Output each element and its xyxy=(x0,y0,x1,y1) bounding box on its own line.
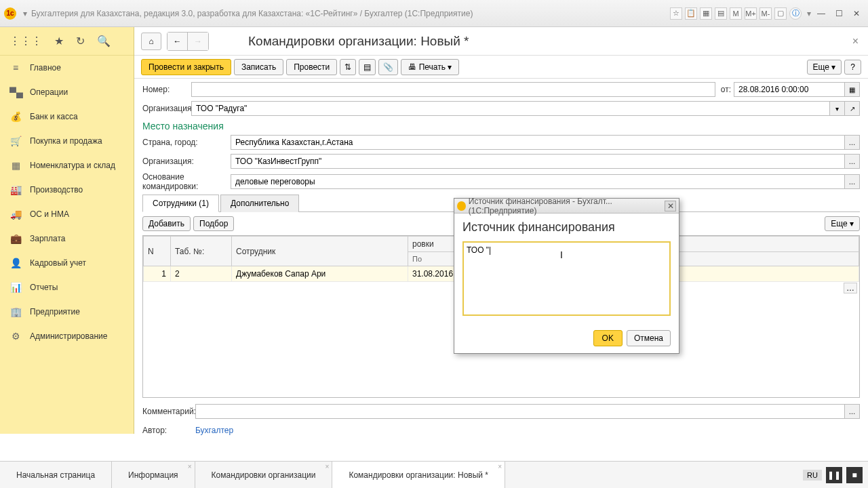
btab-trips-new[interactable]: Командировки организации: Новый *× xyxy=(332,462,505,488)
sidebar-item-hr[interactable]: 👤Кадровый учет xyxy=(0,251,134,275)
stop-icon[interactable]: ■ xyxy=(846,467,863,483)
minimize-button[interactable]: — xyxy=(814,7,829,20)
sidebar-item-admin[interactable]: ⚙Администрирование xyxy=(0,324,134,348)
dest-org-input[interactable] xyxy=(231,154,845,169)
forward-button[interactable]: → xyxy=(188,33,208,50)
close-icon[interactable]: × xyxy=(188,463,192,470)
basis-input[interactable] xyxy=(231,174,845,189)
language-indicator[interactable]: RU xyxy=(803,470,822,481)
toolbar-icon-2[interactable]: 📋 xyxy=(685,7,697,20)
dropdown-icon[interactable]: ▾ xyxy=(23,9,27,18)
post-and-close-button[interactable]: Провести и закрыть xyxy=(141,59,231,75)
close-icon[interactable]: × xyxy=(326,463,330,470)
print-button[interactable]: 🖶 Печать ▾ xyxy=(401,59,459,75)
help-icon[interactable]: ⓘ xyxy=(789,7,802,20)
dialog-titlebar-text: Источник финансирования - Бухгалт... (1С… xyxy=(469,197,665,216)
tab-additional[interactable]: Дополнительно xyxy=(220,195,299,212)
sidebar-item-company[interactable]: 🏢Предприятие xyxy=(0,300,134,324)
app-logo-icon: 1c xyxy=(4,7,16,20)
close-icon[interactable]: × xyxy=(498,463,502,470)
author-label: Автор: xyxy=(142,426,195,435)
dialog-close-button[interactable]: ✕ xyxy=(665,201,676,211)
dialog-ok-button[interactable]: OK xyxy=(593,330,623,346)
btab-trips[interactable]: Командировки организации× xyxy=(195,462,333,488)
calc-m-icon[interactable]: M xyxy=(730,7,742,20)
pause-icon[interactable]: ❚❚ xyxy=(826,467,842,483)
back-button[interactable]: ← xyxy=(167,33,188,50)
help-button[interactable]: ? xyxy=(844,60,861,75)
cell-ellipsis-button[interactable]: … xyxy=(844,283,857,293)
save-button[interactable]: Записать xyxy=(234,59,283,75)
main-panel: ⌂ ← → Командировки организации: Новый * … xyxy=(134,27,868,434)
date-picker-button[interactable]: ▦ xyxy=(845,82,860,97)
post-button[interactable]: Провести xyxy=(286,59,337,75)
country-select-button[interactable]: … xyxy=(845,135,860,150)
bank-icon: 💰 xyxy=(9,111,22,122)
building-icon: 🏢 xyxy=(9,306,22,317)
window-title: Бухгалтерия для Казахстана, редакция 3.0… xyxy=(31,9,473,18)
destination-section-title: Место назначения xyxy=(142,121,860,131)
basis-label: Основание командировки: xyxy=(142,172,231,191)
chart-icon: 📊 xyxy=(9,282,22,293)
attach-button[interactable]: 📎 xyxy=(378,59,398,75)
sidebar-item-main[interactable]: ≡Главное xyxy=(0,56,134,80)
clipboard-icon[interactable]: ↻ xyxy=(76,35,85,47)
sidebar-item-operations[interactable]: ▀▄Операции xyxy=(0,80,134,104)
cart-icon: 🛒 xyxy=(9,136,22,146)
tab-employees[interactable]: Сотрудники (1) xyxy=(142,195,219,212)
sidebar-item-salary[interactable]: 💼Зарплата xyxy=(0,226,134,251)
country-input[interactable] xyxy=(231,135,845,150)
home-button[interactable]: ⌂ xyxy=(141,33,161,50)
date-input[interactable] xyxy=(734,82,845,97)
search-icon[interactable]: 🔍 xyxy=(97,35,111,47)
number-input[interactable] xyxy=(191,82,715,97)
more-button[interactable]: Еще ▾ xyxy=(807,60,842,75)
person-icon: 👤 xyxy=(9,258,22,268)
menu-icon: ≡ xyxy=(9,62,22,73)
structure-button[interactable]: ⇅ xyxy=(340,59,356,75)
gear-icon: ⚙ xyxy=(9,331,22,342)
org-open-button[interactable]: ↗ xyxy=(845,101,860,116)
add-row-button[interactable]: Добавить xyxy=(142,216,191,231)
toolbar-icon-5[interactable]: ▢ xyxy=(774,7,787,20)
btab-info[interactable]: Информация× xyxy=(112,462,195,488)
form-button[interactable]: ▤ xyxy=(359,59,376,75)
calc-mplus-icon[interactable]: M+ xyxy=(745,7,757,20)
org-label: Организация: xyxy=(142,104,191,113)
comment-input[interactable] xyxy=(195,404,845,419)
sidebar-item-trade[interactable]: 🛒Покупка и продажа xyxy=(0,129,134,153)
basis-select-button[interactable]: … xyxy=(845,174,860,189)
window-titlebar: 1c ▾ Бухгалтерия для Казахстана, редакци… xyxy=(0,0,868,27)
sidebar-item-reports[interactable]: 📊Отчеты xyxy=(0,275,134,300)
comment-select-button[interactable]: … xyxy=(845,404,860,419)
org-dropdown-button[interactable]: ▾ xyxy=(830,101,845,116)
sidebar: ⋮⋮⋮ ★ ↻ 🔍 ≡Главное ▀▄Операции 💰Банк и ка… xyxy=(0,27,134,434)
star-icon[interactable]: ★ xyxy=(54,35,64,47)
author-link[interactable]: Бухгалтер xyxy=(195,426,233,435)
sidebar-item-assets[interactable]: 🚚ОС и НМА xyxy=(0,202,134,226)
toolbar-icon-4[interactable]: ▤ xyxy=(715,7,727,20)
pick-button[interactable]: Подбор xyxy=(193,216,234,231)
close-window-button[interactable]: ✕ xyxy=(849,7,864,20)
sidebar-item-production[interactable]: 🏭Производство xyxy=(0,178,134,202)
dest-org-select-button[interactable]: … xyxy=(845,154,860,169)
org-input[interactable] xyxy=(191,101,830,116)
dialog-cancel-button[interactable]: Отмена xyxy=(627,330,671,346)
maximize-button[interactable]: ☐ xyxy=(831,7,846,20)
funding-source-dialog: Источник финансирования - Бухгалт... (1С… xyxy=(454,198,679,354)
toolbar-icon-1[interactable]: ☆ xyxy=(670,7,682,20)
dropdown2-icon[interactable]: ▾ xyxy=(807,9,811,18)
sidebar-item-bank[interactable]: 💰Банк и касса xyxy=(0,104,134,129)
apps-icon[interactable]: ⋮⋮⋮ xyxy=(9,35,42,47)
btab-start[interactable]: Начальная страница xyxy=(0,462,112,488)
dialog-logo-icon xyxy=(457,201,466,211)
operations-icon: ▀▄ xyxy=(9,87,22,98)
table-more-button[interactable]: Еще ▾ xyxy=(825,216,860,231)
funding-source-textarea[interactable] xyxy=(462,241,671,316)
calc-mminus-icon[interactable]: M- xyxy=(760,7,772,20)
sidebar-item-stock[interactable]: ▦Номенклатура и склад xyxy=(0,153,134,178)
dest-org-label: Организация: xyxy=(142,157,231,166)
close-page-button[interactable]: × xyxy=(850,33,861,50)
col-tab: Таб. №: xyxy=(171,237,232,266)
toolbar-icon-3[interactable]: ▦ xyxy=(700,7,712,20)
